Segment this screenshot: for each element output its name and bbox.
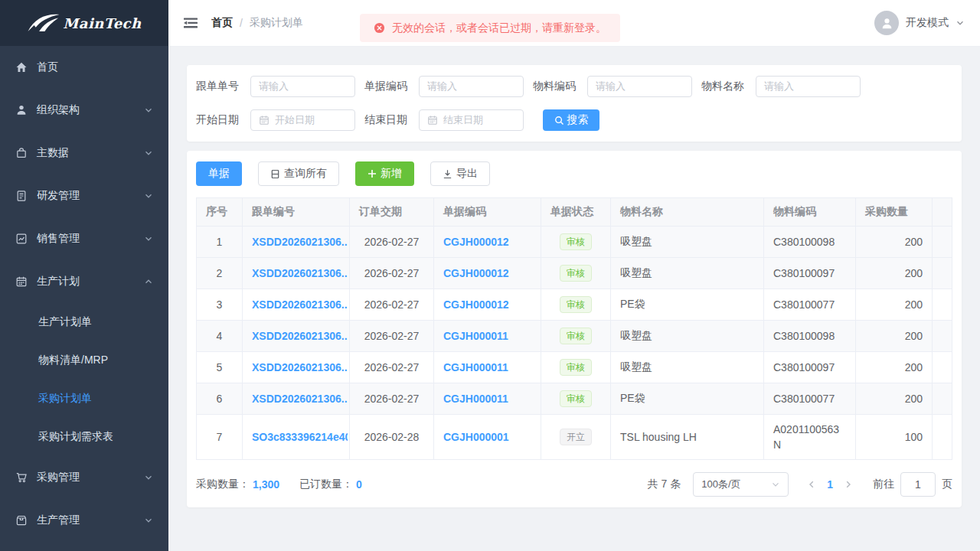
- text-input[interactable]: 请输入: [419, 76, 524, 97]
- date-input[interactable]: 开始日期: [250, 109, 355, 131]
- column-header: 单据编码: [434, 198, 541, 227]
- sidebar-item-production-management[interactable]: 生产管理: [0, 499, 168, 542]
- column-header: 订单交期: [350, 198, 434, 227]
- next-page-icon[interactable]: [839, 480, 858, 489]
- cell-doc-no-link[interactable]: CGJH000011: [443, 361, 531, 373]
- sidebar-item-rd-management[interactable]: 研发管理: [0, 174, 168, 217]
- cell-extra: [933, 227, 952, 258]
- export-button[interactable]: 导出: [430, 161, 490, 186]
- table-row: 4XSDD2026021306..2026-02-27CGJH000011审核吸…: [197, 321, 952, 352]
- sidebar-item-sales-management[interactable]: 销售管理: [0, 217, 168, 260]
- status-badge: 审核: [560, 233, 592, 250]
- cell-delivery-date: 2026-02-27: [350, 321, 434, 352]
- page-number-1[interactable]: 1: [821, 478, 839, 491]
- chevron-down-icon: [144, 473, 153, 482]
- sidebar-item-master-data[interactable]: 主数据: [0, 132, 168, 174]
- cell-doc-no-link[interactable]: CGJH000001: [443, 431, 531, 443]
- status-badge: 审核: [560, 390, 592, 407]
- cell-order-no-link[interactable]: XSDD2026021306..: [252, 236, 348, 248]
- cell-status: 审核: [541, 258, 611, 289]
- sidebar-subitem-purchase-plan-demand[interactable]: 采购计划需求表: [0, 418, 168, 456]
- chevron-up-icon: [144, 277, 153, 286]
- cell-order-no-link[interactable]: XSDD2026021306..: [252, 393, 348, 405]
- cell-doc-no-link[interactable]: CGJH000011: [443, 393, 531, 405]
- cell-status: 审核: [541, 289, 611, 321]
- status-badge: 审核: [560, 265, 592, 282]
- filter-label: 单据编码: [364, 80, 407, 93]
- sidebar-item-org-structure[interactable]: 组织架构: [0, 89, 168, 132]
- page-suffix-label: 页: [942, 478, 952, 491]
- cell-material-code: C380100097: [764, 258, 856, 289]
- sidebar-subitem-production-plan-order[interactable]: 生产计划单: [0, 303, 168, 341]
- cell-doc-no-link[interactable]: CGJH000011: [443, 330, 531, 342]
- cell-delivery-date: 2026-02-27: [350, 383, 434, 415]
- cell-order-no-link[interactable]: XSDD2026021306..: [252, 298, 348, 311]
- cell-extra: [933, 321, 952, 352]
- cell-order-no: XSDD2026021306..: [243, 383, 350, 415]
- sidebar-subitem-bom-mrp[interactable]: 物料清单/MRP: [0, 341, 168, 380]
- cell-material-code: C380100097: [764, 352, 856, 383]
- cell-order-no: XSDD2026021306..: [243, 258, 350, 289]
- user-mode-label: 开发模式: [906, 16, 949, 30]
- date-input[interactable]: 结束日期: [419, 109, 524, 131]
- user-avatar-icon: [880, 16, 894, 31]
- cell-status: 审核: [541, 227, 611, 258]
- cell-doc-no-link[interactable]: CGJH000012: [443, 267, 531, 279]
- sidebar-item-label: 首页: [37, 60, 153, 74]
- cell-order-no-link[interactable]: XSDD2026021306..: [252, 361, 348, 373]
- cell-doc-no: CGJH000012: [434, 258, 541, 289]
- cell-order-no: XSDD2026021306..: [243, 227, 350, 258]
- calendar-icon: [15, 276, 28, 288]
- input-placeholder: 结束日期: [443, 113, 483, 127]
- page-size-select[interactable]: 100条/页: [693, 472, 789, 497]
- goto-page-label: 前往: [873, 478, 894, 491]
- cell-extra: [933, 289, 952, 321]
- cell-order-no-link[interactable]: SO3c833396214e40: [252, 431, 348, 443]
- cell-delivery-date: 2026-02-27: [350, 289, 434, 321]
- sidebar-item-production-plan[interactable]: 生产计划: [0, 260, 168, 303]
- sidebar-fold-icon[interactable]: [184, 18, 198, 28]
- prev-page-icon[interactable]: [802, 480, 821, 489]
- table-body: 1XSDD2026021306..2026-02-27CGJH000012审核吸…: [197, 227, 952, 460]
- cell-doc-no-link[interactable]: CGJH000012: [443, 298, 531, 311]
- search-button[interactable]: 搜索: [543, 109, 599, 131]
- cell-doc-no-link[interactable]: CGJH000012: [443, 236, 531, 248]
- session-error-text: 无效的会话，或者会话已过期，请重新登录。: [392, 21, 606, 35]
- button-label: 查询所有: [284, 167, 327, 181]
- filter-item: 结束日期结束日期: [364, 109, 533, 131]
- sidebar-item-home[interactable]: 首页: [0, 46, 168, 89]
- text-input[interactable]: 请输入: [587, 76, 692, 97]
- chevron-down-icon: [144, 516, 153, 525]
- text-input[interactable]: 请输入: [250, 76, 355, 97]
- sidebar-item-label: 主数据: [37, 146, 144, 160]
- cell-qty: 200: [856, 258, 933, 289]
- status-badge: 审核: [560, 359, 592, 376]
- query-all-button[interactable]: 查询所有: [258, 161, 339, 186]
- sidebar-item-purchase-management[interactable]: 采购管理: [0, 456, 168, 499]
- document-icon: [15, 190, 28, 202]
- sidebar-item-label: 采购管理: [37, 471, 144, 484]
- filter-item: 开始日期开始日期: [196, 109, 364, 131]
- user-menu[interactable]: 开发模式: [874, 11, 965, 35]
- add-new-button[interactable]: 新增: [355, 161, 414, 186]
- search-icon: [554, 116, 564, 126]
- button-label: 单据: [208, 167, 230, 181]
- filter-label: 物料名称: [701, 80, 744, 93]
- error-icon: [374, 22, 385, 34]
- document-button[interactable]: 单据: [196, 161, 242, 186]
- breadcrumb-current: 采购计划单: [250, 16, 303, 30]
- table-row: 3XSDD2026021306..2026-02-27CGJH000012审核P…: [197, 289, 952, 321]
- purchase-plan-table: 序号跟单编号订单交期单据编码单据状态物料名称物料编码采购数量 1XSDD2026…: [196, 197, 952, 460]
- sidebar-item-label: 研发管理: [37, 189, 144, 203]
- user-chevron-down-icon: [956, 18, 965, 28]
- cell-order-no-link[interactable]: XSDD2026021306..: [252, 267, 348, 279]
- form-icon: [270, 169, 280, 179]
- breadcrumb-home[interactable]: 首页: [211, 16, 233, 30]
- cell-material-code: C380100098: [764, 227, 856, 258]
- cell-material-name: PE袋: [611, 383, 764, 415]
- home-icon: [15, 61, 28, 73]
- text-input[interactable]: 请输入: [756, 76, 861, 97]
- cell-order-no-link[interactable]: XSDD2026021306..: [252, 330, 348, 342]
- goto-page-input[interactable]: [900, 472, 936, 497]
- sidebar-subitem-purchase-plan-order[interactable]: 采购计划单: [0, 380, 168, 418]
